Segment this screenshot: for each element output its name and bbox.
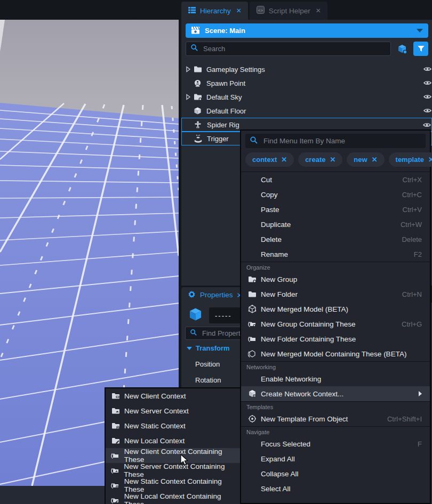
menu-item-collapse-all[interactable]: Collapse All xyxy=(241,466,430,481)
menu-item-new-group[interactable]: New Group xyxy=(241,272,430,287)
tree-row-default-floor[interactable]: Default Floor xyxy=(181,104,432,118)
property-label-rotation: Rotation xyxy=(195,376,221,384)
menu-section-navigate: Navigate xyxy=(241,426,430,436)
hierarchy-searchbox[interactable] xyxy=(186,42,391,56)
menu-item-new-group-containing-these[interactable]: New Group Containing TheseCtrl+G xyxy=(241,316,430,331)
submenu-item-new-client-context[interactable]: New Client Context xyxy=(106,388,250,403)
visibility-eye-icon[interactable] xyxy=(423,79,431,88)
chip-new[interactable]: new✕ xyxy=(347,152,384,167)
menu-item-label: New Merged Model Containing These (BETA) xyxy=(261,350,406,358)
rig-person-icon xyxy=(194,120,205,129)
menu-item-new-folder[interactable]: New FolderCtrl+N xyxy=(241,287,430,302)
menu-item-expand-all[interactable]: Expand All xyxy=(241,451,430,466)
chip-remove-icon[interactable]: ✕ xyxy=(372,156,378,164)
tree-label: Spawn Point xyxy=(206,79,245,87)
scene-label: Scene: Main xyxy=(205,27,245,35)
search-icon xyxy=(190,329,197,338)
transform-section-header[interactable]: Transform xyxy=(187,344,230,352)
server-context-containing-icon xyxy=(111,467,119,475)
menu-item-label: Delete xyxy=(261,235,282,243)
chip-label: context xyxy=(252,156,277,164)
shortcut: Ctrl+W xyxy=(401,221,422,229)
submenu-item-label: New Static Context Containing These xyxy=(124,477,242,493)
menu-section-organize: Organize xyxy=(241,262,430,272)
transform-section-label: Transform xyxy=(196,344,230,352)
menu-search-input[interactable] xyxy=(262,136,421,145)
menu-item-paste[interactable]: PasteCtrl+V xyxy=(241,202,430,217)
menu-item-focus-selected[interactable]: Focus SelectedF xyxy=(241,436,430,451)
hierarchy-search-input[interactable] xyxy=(202,44,386,53)
menu-item-rename[interactable]: RenameF2 xyxy=(241,247,430,262)
submenu-item-new-local-context-containing-these[interactable]: New Local Context Containing These xyxy=(106,493,250,504)
menu-item-new-template-from-object[interactable]: New Template From ObjectCtrl+Shift+I xyxy=(241,411,430,426)
group-folder-icon xyxy=(247,275,257,283)
submenu-item-new-client-context-containing-these[interactable]: New Client Context Containing These xyxy=(106,448,250,463)
filter-chips: context✕ create✕ new✕ template✕ xyxy=(245,152,426,167)
shortcut: Ctrl+C xyxy=(402,191,422,199)
menu-item-label: Rename xyxy=(261,250,288,258)
tab-script-helper-label: Script Helper xyxy=(269,7,310,15)
submenu-item-new-local-context[interactable]: New Local Context xyxy=(106,433,250,448)
chip-remove-icon[interactable]: ✕ xyxy=(281,156,287,164)
submenu-item-new-server-context[interactable]: New Server Context xyxy=(106,403,250,418)
tree-label: Trigger xyxy=(207,135,229,143)
menu-item-new-merged-model[interactable]: New Merged Model (BETA) xyxy=(241,302,430,316)
visibility-eye-icon[interactable] xyxy=(423,107,431,116)
chip-context[interactable]: context✕ xyxy=(245,152,294,167)
filter-button[interactable] xyxy=(413,42,428,56)
menu-item-cut[interactable]: CutCtrl+X xyxy=(241,172,430,187)
menu-item-enable-networking[interactable]: Enable Networking xyxy=(241,371,430,386)
asset-package-icon[interactable] xyxy=(395,42,410,56)
gear-icon xyxy=(187,290,196,300)
folder-containing-icon xyxy=(247,335,257,343)
menu-item-copy[interactable]: CopyCtrl+C xyxy=(241,187,430,202)
menu-item-label: Select All xyxy=(261,485,291,493)
svg-text:<>: <> xyxy=(258,8,263,13)
menu-searchbox[interactable] xyxy=(245,134,426,148)
visibility-eye-icon[interactable] xyxy=(423,93,431,102)
menu-item-create-network-context[interactable]: Create Network Context... xyxy=(241,386,430,401)
merged-model-icon xyxy=(247,305,257,313)
client-context-containing-icon xyxy=(111,452,120,460)
chip-remove-icon[interactable]: ✕ xyxy=(330,156,335,164)
tab-properties[interactable]: Properties ✕ xyxy=(181,287,249,303)
hierarchy-tabstrip: Hierarchy ✕ <> Script Helper ✕ xyxy=(181,0,432,20)
menu-item-new-merged-model-containing-these[interactable]: New Merged Model Containing These (BETA) xyxy=(241,346,430,361)
menu-section-networking: Networking xyxy=(241,361,430,371)
submenu-item-new-static-context[interactable]: New Static Context xyxy=(106,418,250,433)
submenu-item-new-server-context-containing-these[interactable]: New Server Context Containing These xyxy=(106,463,250,478)
menu-item-delete[interactable]: DeleteDelete xyxy=(241,232,430,247)
search-icon xyxy=(190,44,198,54)
chip-create[interactable]: create✕ xyxy=(298,152,342,167)
tree-row-spawn-point[interactable]: Spawn Point xyxy=(181,76,432,90)
scene-icon xyxy=(191,26,200,36)
expand-arrow-icon[interactable] xyxy=(186,66,194,72)
menu-item-label: New Merged Model (BETA) xyxy=(261,305,348,313)
sky-folder-icon xyxy=(194,93,204,101)
menu-item-label: Focus Selected xyxy=(261,440,310,448)
merged-model-containing-icon xyxy=(247,349,257,358)
chip-remove-icon[interactable]: ✕ xyxy=(428,156,432,164)
menu-item-label: Expand All xyxy=(261,455,295,463)
spawn-point-icon xyxy=(194,79,204,87)
tree-row-default-sky[interactable]: Default Sky xyxy=(181,90,432,104)
tab-script-helper[interactable]: <> Script Helper ✕ xyxy=(250,2,327,20)
submenu-item-new-static-context-containing-these[interactable]: New Static Context Containing These xyxy=(106,478,250,493)
tree-label: Default Floor xyxy=(206,107,246,115)
template-icon xyxy=(247,414,257,423)
tree-label: Gameplay Settings xyxy=(206,66,265,74)
chip-template[interactable]: template✕ xyxy=(389,152,432,167)
tab-script-helper-close-icon[interactable]: ✕ xyxy=(316,7,321,14)
object-cube-icon xyxy=(188,307,203,324)
scene-selector-button[interactable]: Scene: Main xyxy=(186,23,428,38)
menu-item-new-folder-containing-these[interactable]: New Folder Containing These xyxy=(241,331,430,346)
menu-item-select-all[interactable]: Select All xyxy=(241,481,430,496)
menu-item-duplicate[interactable]: DuplicateCtrl+W xyxy=(241,217,430,232)
tab-hierarchy[interactable]: Hierarchy ✕ xyxy=(181,2,248,20)
tree-row-gameplay-settings[interactable]: Gameplay Settings xyxy=(181,62,432,76)
folder-icon xyxy=(247,290,257,298)
visibility-eye-icon[interactable] xyxy=(423,65,431,75)
expand-arrow-icon[interactable] xyxy=(186,94,194,100)
tab-hierarchy-close-icon[interactable]: ✕ xyxy=(236,7,242,14)
menu-item-label: New Group Containing These xyxy=(261,320,356,328)
